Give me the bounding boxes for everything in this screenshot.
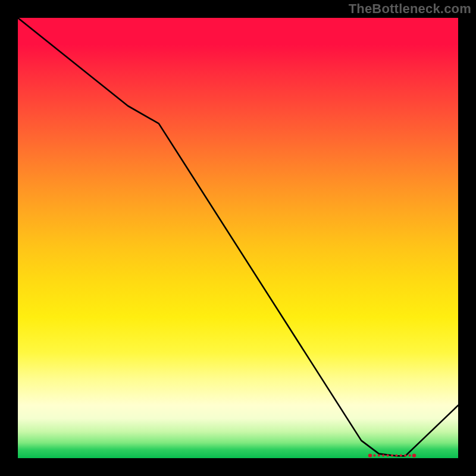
watermark-text: TheBottleneck.com — [349, 1, 471, 17]
marker-dot — [395, 455, 397, 457]
marker-dot — [387, 455, 389, 457]
marker-dot — [391, 455, 393, 457]
bottleneck-curve — [18, 18, 458, 456]
optimal-markers — [368, 453, 416, 457]
marker-dot — [400, 455, 402, 457]
plot-area — [18, 18, 458, 458]
chart-frame: TheBottleneck.com — [0, 0, 476, 476]
marker-dot — [378, 455, 380, 457]
marker-dot — [409, 455, 411, 457]
marker-dot — [373, 455, 375, 457]
chart-svg — [18, 18, 458, 458]
marker-dot — [368, 453, 372, 457]
marker-dot — [404, 455, 406, 457]
marker-dot — [412, 453, 416, 457]
marker-dot — [382, 455, 384, 457]
